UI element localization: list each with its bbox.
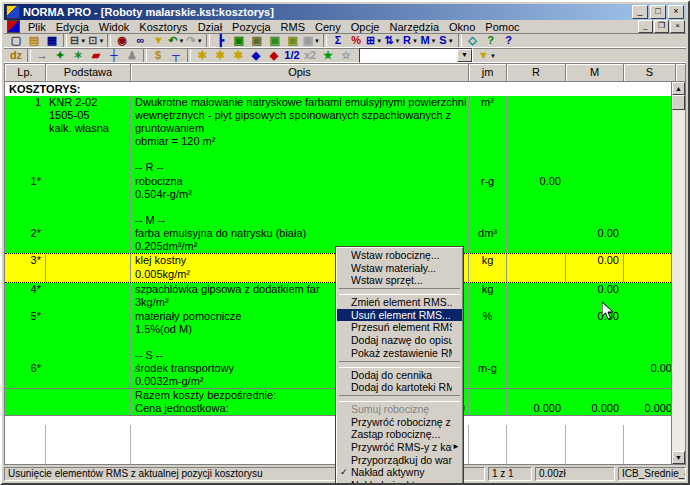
sep[interactable]: ▼ <box>27 49 31 62</box>
new-file-icon[interactable]: ▢▼ <box>7 34 25 48</box>
context-menu-item[interactable]: ✓ Dodaj nazwę do opisu pozycji ► <box>337 334 462 347</box>
open-folder-icon[interactable]: ▤▼ <box>25 34 43 48</box>
dropdown-arrow-icon[interactable]: ▼ <box>394 38 400 44</box>
truck-icon[interactable]: ▰▼ <box>87 49 105 63</box>
context-menu-item[interactable]: ✓ ► <box>339 361 460 368</box>
table-row[interactable]: kalk. własna gruntowaniem <box>5 122 685 135</box>
menubar-pozycja[interactable]: Pozycja <box>227 21 276 33</box>
context-menu-item[interactable]: ✓ Nakład nieaktywny ► <box>337 479 462 485</box>
minimize-button[interactable]: _ <box>632 5 648 19</box>
table-row[interactable]: -- M -- <box>5 214 685 227</box>
sep[interactable]: ▼ <box>323 34 327 47</box>
dropdown-arrow-icon[interactable]: ▼ <box>448 38 454 44</box>
menubar-opcje[interactable]: Opcje <box>346 21 385 33</box>
s-column-icon[interactable]: S▼ <box>438 34 456 48</box>
sep[interactable]: ▼ <box>206 34 210 47</box>
context-menu-item[interactable]: ✓ Sumuj robociznę ► <box>337 403 462 416</box>
menubar-narzedzia[interactable]: Narzędzia <box>385 21 445 33</box>
dropdown-arrow-icon[interactable]: ▼ <box>376 38 382 44</box>
view-other-icon[interactable]: ▣▼ <box>302 34 321 48</box>
redo-icon[interactable]: ↷▼ <box>186 34 204 48</box>
tree-view-icon[interactable]: ┣▼ <box>212 34 230 48</box>
r-insert-icon[interactable]: ✱▼ <box>193 49 211 63</box>
context-menu-item[interactable]: ✓ Dodaj do cennika ► <box>337 369 462 382</box>
grid-icon[interactable]: ⊞▼ <box>365 34 383 48</box>
insert-dzial-icon[interactable]: ✶▼ <box>69 49 87 63</box>
search-icon[interactable]: ◉▼ <box>113 34 131 48</box>
menubar-widok[interactable]: Widok <box>94 21 135 33</box>
dzial-badge-icon[interactable]: dz▼ <box>7 49 25 63</box>
table-row[interactable]: obmiar = 120 m² <box>5 135 685 148</box>
table-row[interactable]: 0.504r-g/m² <box>5 188 685 201</box>
context-menu-item[interactable]: ✓ Przywróć robociznę z katalogu ► <box>337 416 462 429</box>
dropdown-arrow-icon[interactable]: ▼ <box>412 38 418 44</box>
menubar-kosztorys[interactable]: Kosztorys <box>134 21 192 33</box>
sep[interactable]: ▼ <box>458 34 462 47</box>
save-icon[interactable]: ▦▼ <box>43 34 61 48</box>
context-menu-item[interactable]: ✓ Przyporządkuj do wariantu... ► <box>337 454 462 467</box>
go-position-icon[interactable]: →▼ <box>33 49 51 63</box>
table-row[interactable]: 1* robocizna r-g 0.00 <box>5 175 685 188</box>
table-row[interactable] <box>5 201 685 214</box>
insert-position-icon[interactable]: ✦▼ <box>51 49 69 63</box>
context-menu-item[interactable]: ✓ Nakład aktywny ► <box>337 466 462 479</box>
dropdown-arrow-icon[interactable]: ▼ <box>431 38 437 44</box>
table-row[interactable]: 1 KNR 2-02 Dwukrotne malowanie natryskow… <box>5 96 685 109</box>
mdi-minimize-button[interactable]: _ <box>638 20 653 33</box>
r-column-icon[interactable]: R▼ <box>401 34 419 48</box>
search-next-icon[interactable]: ∞▼ <box>131 34 149 48</box>
dropdown-arrow-icon[interactable]: ▼ <box>98 38 104 44</box>
filter-combobox[interactable]: ▼ <box>359 48 473 63</box>
hierarchy-icon[interactable]: ┼▼ <box>105 49 123 63</box>
dropdown-arrow-icon[interactable]: ▼ <box>179 38 185 44</box>
scroll-up-icon[interactable]: ▲ <box>672 82 685 95</box>
org-chart-icon[interactable]: ┬▼ <box>167 49 185 63</box>
dropdown-arrow-icon[interactable]: ▼ <box>314 38 320 44</box>
mdi-restore-button[interactable]: ❐ <box>654 20 669 33</box>
view-rms-icon[interactable]: ▣▼ <box>266 34 284 48</box>
context-menu-item[interactable]: ✓ Wstaw sprzęt... ► <box>337 274 462 287</box>
sep[interactable]: ▼ <box>63 34 67 47</box>
menubar-okno[interactable]: Okno <box>444 21 480 33</box>
rms-replace-icon[interactable]: ◆▼ <box>265 49 283 63</box>
vertical-scrollbar[interactable]: ▲ ▼ <box>671 82 685 464</box>
rms-find-icon[interactable]: ◆▼ <box>247 49 265 63</box>
menubar-edycja[interactable]: Edycja <box>51 21 94 33</box>
context-menu-item[interactable]: ✓ Zmień element RMS... ► <box>337 296 462 309</box>
x2-view-icon[interactable]: x2▼ <box>301 49 319 63</box>
help-icon[interactable]: ?▼ <box>482 34 500 48</box>
dropdown-arrow-icon[interactable]: ▼ <box>197 38 203 44</box>
s-insert-icon[interactable]: ✱▼ <box>229 49 247 63</box>
print-preview-icon[interactable]: ⊡▼ <box>87 34 105 48</box>
menubar-ceny[interactable]: Ceny <box>310 21 346 33</box>
eraser-icon[interactable]: ◇▼ <box>464 34 482 48</box>
m-column-icon[interactable]: M▼ <box>419 34 437 48</box>
price-list-icon[interactable]: $▼ <box>149 49 167 63</box>
document-icon[interactable] <box>7 20 20 33</box>
maximize-button[interactable]: □ <box>650 5 666 19</box>
scrollbar-thumb[interactable] <box>672 95 685 110</box>
view-estimate-icon[interactable]: ▣▼ <box>230 34 248 48</box>
sep[interactable]: ▼ <box>143 49 147 62</box>
view-table-icon[interactable]: ▣▼ <box>248 34 266 48</box>
undo-icon[interactable]: ↶▼ <box>167 34 185 48</box>
context-menu-item[interactable]: ✓ Pokaż zestawienie RMS ► <box>337 347 462 360</box>
scroll-down-icon[interactable]: ▼ <box>672 451 685 464</box>
close-button[interactable]: × <box>668 5 684 19</box>
context-menu-item[interactable]: ✓ Wstaw robociznę... ► <box>337 249 462 262</box>
filter-icon[interactable]: ▼▼ <box>149 34 167 48</box>
menubar-plik[interactable]: Plik <box>23 21 51 33</box>
wand-icon[interactable]: ☆▼ <box>337 49 355 63</box>
mdi-close-button[interactable]: × <box>670 20 685 33</box>
table-row[interactable]: 1505-05 wewnętrznych - płyt gipsowych sp… <box>5 109 685 122</box>
sep[interactable]: ▼ <box>107 34 111 47</box>
context-menu-item[interactable]: ✓ Przywróć RMS-y z katalogu ► <box>337 441 462 454</box>
menubar-rms[interactable]: RMS <box>276 21 310 33</box>
filter-funnel-icon[interactable]: ▼▼ <box>477 49 497 63</box>
table-row[interactable]: -- R -- <box>5 161 685 174</box>
view-price-icon[interactable]: ▣▼ <box>284 34 302 48</box>
menubar-dzial[interactable]: Dział <box>193 21 227 33</box>
context-menu-item[interactable]: ✓ Przesuń element RMS... ► <box>337 321 462 334</box>
menubar-pomoc[interactable]: Pomoc <box>480 21 524 33</box>
print-icon[interactable]: ⊟▼ <box>69 34 87 48</box>
